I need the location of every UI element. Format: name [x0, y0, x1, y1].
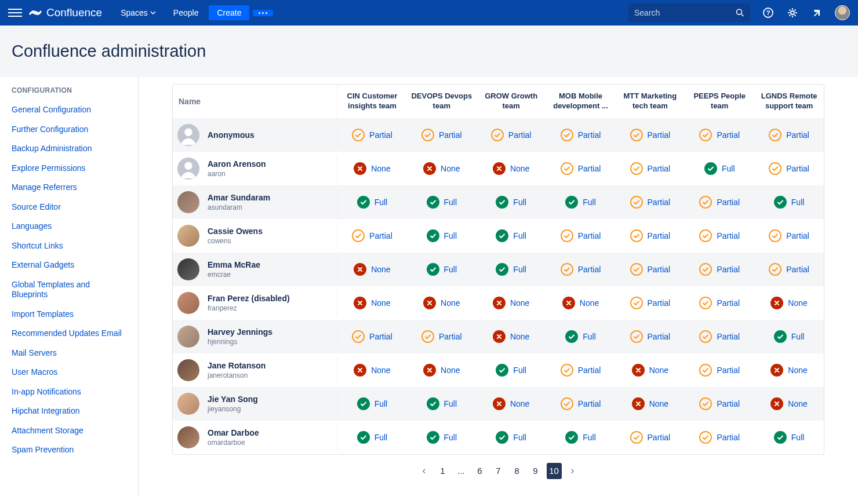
permission-cell[interactable]: Full [754, 196, 824, 209]
permission-cell[interactable]: Partial [546, 397, 616, 410]
permission-cell[interactable]: Partial [615, 196, 685, 209]
sidebar-item-3[interactable]: Explore Permissions [12, 159, 126, 178]
search-input[interactable] [634, 8, 736, 17]
permission-cell[interactable]: Partial [407, 129, 477, 141]
permission-cell[interactable]: Partial [685, 263, 754, 276]
permission-cell[interactable]: Partial [685, 196, 754, 209]
search-box[interactable] [628, 3, 750, 22]
sidebar-item-9[interactable]: Global Templates and Blueprints [12, 275, 126, 305]
permission-cell[interactable]: Partial [546, 162, 616, 175]
user-avatar[interactable] [835, 5, 850, 20]
sidebar-item-1[interactable]: Further Configuration [12, 120, 126, 140]
sidebar-item-12[interactable]: Mail Servers [12, 344, 126, 363]
permission-cell[interactable]: Partial [615, 129, 685, 141]
permission-cell[interactable]: None [407, 162, 477, 175]
permission-cell[interactable]: Full [477, 431, 546, 444]
permission-cell[interactable]: Partial [546, 263, 616, 276]
permission-cell[interactable]: None [337, 162, 407, 175]
permission-cell[interactable]: Partial [337, 129, 407, 141]
notification-icon[interactable] [810, 6, 823, 19]
permission-cell[interactable]: Full [337, 431, 407, 444]
create-button[interactable]: Create [209, 5, 249, 20]
permission-cell[interactable]: None [477, 330, 546, 343]
sidebar-item-15[interactable]: Hipchat Integration [12, 401, 126, 421]
permission-cell[interactable]: Partial [615, 330, 685, 343]
pager-page-6[interactable]: 6 [472, 463, 488, 479]
permission-cell[interactable]: Partial [546, 364, 616, 377]
permission-cell[interactable]: None [337, 263, 407, 276]
permission-cell[interactable]: None [477, 162, 546, 175]
permission-cell[interactable]: None [615, 364, 685, 377]
permission-cell[interactable]: Partial [337, 330, 407, 343]
sidebar-item-5[interactable]: Source Editor [12, 198, 126, 217]
permission-cell[interactable]: Partial [685, 397, 754, 410]
permission-cell[interactable]: Full [407, 263, 477, 276]
sidebar-item-0[interactable]: General Configuration [12, 100, 126, 120]
pager-page-8[interactable]: 8 [510, 463, 525, 479]
permission-cell[interactable]: Full [685, 162, 754, 175]
permission-cell[interactable]: Partial [685, 364, 754, 377]
permission-cell[interactable]: None [337, 364, 407, 377]
brand[interactable]: Confluence [29, 6, 102, 19]
sidebar-item-11[interactable]: Recommended Updates Email [12, 324, 126, 344]
sidebar-item-10[interactable]: Import Templates [12, 305, 126, 324]
permission-cell[interactable]: Partial [754, 129, 824, 141]
permission-cell[interactable]: Partial [337, 229, 407, 242]
permission-cell[interactable]: Full [477, 229, 546, 242]
permission-cell[interactable]: Partial [685, 330, 754, 343]
permission-cell[interactable]: None [754, 364, 824, 377]
sidebar-item-6[interactable]: Languages [12, 217, 126, 236]
sidebar-item-2[interactable]: Backup Administration [12, 139, 126, 159]
permission-cell[interactable]: Full [477, 196, 546, 209]
sidebar-item-16[interactable]: Attachment Storage [12, 421, 126, 441]
permission-cell[interactable]: Full [754, 431, 824, 444]
permission-cell[interactable]: Full [477, 263, 546, 276]
permission-cell[interactable]: None [477, 397, 546, 410]
permission-cell[interactable]: Partial [685, 129, 754, 141]
permission-cell[interactable]: Full [407, 196, 477, 209]
permission-cell[interactable]: Partial [407, 330, 477, 343]
gear-icon[interactable] [786, 6, 799, 19]
pager-page-9[interactable]: 9 [528, 463, 543, 479]
permission-cell[interactable]: Partial [685, 431, 754, 444]
sidebar-item-4[interactable]: Manage Referrers [12, 178, 126, 198]
pager-page-7[interactable]: 7 [491, 463, 506, 479]
pager-page-10[interactable]: 10 [547, 463, 562, 479]
more-button[interactable] [253, 10, 273, 16]
sidebar-item-14[interactable]: In-app Notifications [12, 382, 126, 402]
permission-cell[interactable]: Full [337, 196, 407, 209]
permission-cell[interactable]: Full [337, 397, 407, 410]
permission-cell[interactable]: Partial [615, 162, 685, 175]
nav-people[interactable]: People [166, 5, 206, 21]
help-icon[interactable]: ? [762, 6, 775, 19]
permission-cell[interactable]: None [407, 297, 477, 309]
permission-cell[interactable]: Partial [546, 229, 616, 242]
menu-icon[interactable] [8, 6, 22, 20]
permission-cell[interactable]: Full [407, 397, 477, 410]
permission-cell[interactable]: Partial [615, 229, 685, 242]
permission-cell[interactable]: None [754, 297, 824, 309]
sidebar-item-8[interactable]: External Gadgets [12, 255, 126, 275]
permission-cell[interactable]: Full [546, 431, 616, 444]
nav-spaces[interactable]: Spaces [114, 5, 163, 21]
permission-cell[interactable]: Partial [546, 129, 616, 141]
permission-cell[interactable]: Full [546, 330, 616, 343]
permission-cell[interactable]: Partial [615, 263, 685, 276]
permission-cell[interactable]: None [407, 364, 477, 377]
permission-cell[interactable]: Partial [685, 297, 754, 309]
permission-cell[interactable]: Full [754, 330, 824, 343]
pager-next[interactable]: › [565, 463, 580, 479]
permission-cell[interactable]: Full [407, 431, 477, 444]
permission-cell[interactable]: Partial [477, 129, 546, 141]
permission-cell[interactable]: Partial [615, 297, 685, 309]
permission-cell[interactable]: None [337, 297, 407, 309]
permission-cell[interactable]: Partial [754, 162, 824, 175]
sidebar-item-13[interactable]: User Macros [12, 363, 126, 382]
permission-cell[interactable]: Partial [685, 229, 754, 242]
permission-cell[interactable]: Full [546, 196, 616, 209]
sidebar-item-17[interactable]: Spam Prevention [12, 440, 126, 460]
permission-cell[interactable]: None [754, 397, 824, 410]
pager-prev[interactable]: ‹ [417, 463, 432, 479]
permission-cell[interactable]: None [477, 297, 546, 309]
permission-cell[interactable]: Full [477, 364, 546, 377]
